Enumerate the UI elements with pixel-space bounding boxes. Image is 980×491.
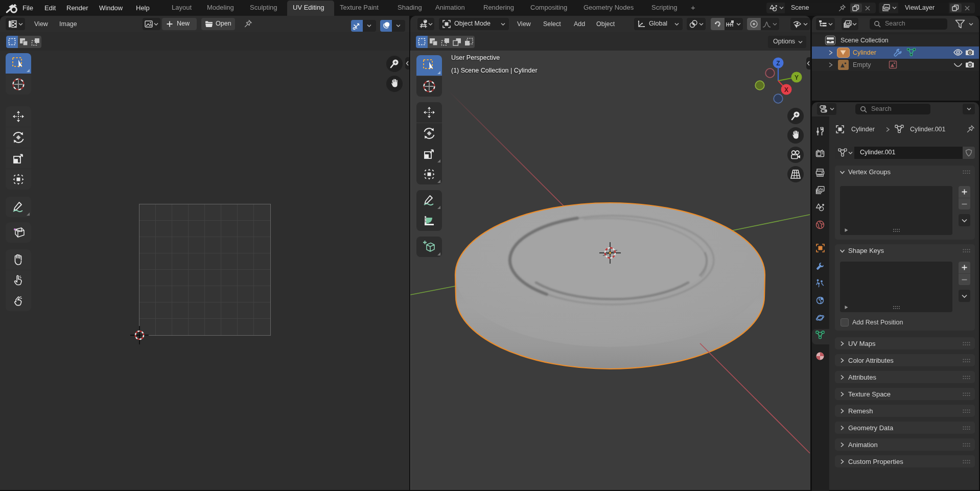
svg-text:Y: Y <box>795 74 799 81</box>
svg-text:X: X <box>784 86 788 93</box>
svg-text:Z: Z <box>776 60 780 67</box>
